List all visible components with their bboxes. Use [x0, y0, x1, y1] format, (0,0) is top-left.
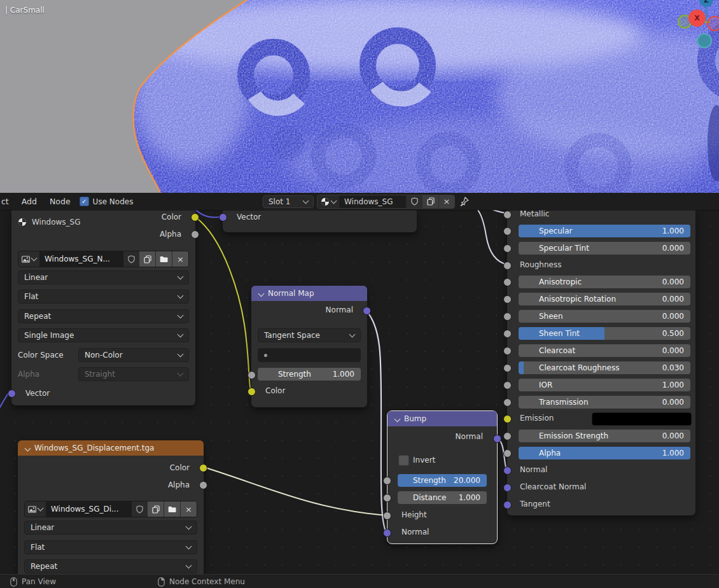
socket-normal-in[interactable] [383, 529, 391, 537]
bump-header[interactable]: Bump [387, 411, 497, 426]
strength-slider[interactable]: Strength20.000 [398, 474, 487, 487]
3d-viewport[interactable]: | CarSmall Z X [0, 0, 719, 193]
material-browse-button[interactable] [318, 195, 339, 208]
socket-normal-out[interactable] [493, 435, 501, 443]
alpha-slider[interactable]: Alpha1.000 [519, 447, 690, 459]
interpolation-dropdown[interactable]: Linear [24, 521, 197, 535]
image-browse-button[interactable] [25, 501, 46, 517]
sheen-tint-slider[interactable]: Sheen Tint0.500 [519, 327, 690, 340]
image-browse-button[interactable] [18, 251, 39, 267]
anisotropic-slider[interactable]: Anisotropic0.000 [519, 276, 690, 288]
alpha-mode-dropdown[interactable]: Straight [78, 367, 189, 381]
slot-dropdown[interactable]: Slot 1 [263, 195, 314, 208]
socket-color-in[interactable] [248, 388, 256, 396]
image-name-field[interactable]: Windows_SG_Di... [46, 501, 132, 517]
projection-dropdown[interactable]: Flat [24, 540, 197, 554]
principled-bsdf-node[interactable]: Metallic Specular1.000 Specular Tint0.00… [507, 210, 695, 515]
socket-transmission-in[interactable] [503, 398, 512, 407]
material-name-field[interactable]: Windows_SG [339, 195, 406, 208]
socket-vector-in[interactable] [219, 213, 227, 221]
emission-strength-slider[interactable]: Emission Strength0.000 [519, 430, 690, 442]
strength-slider[interactable]: Strength1.000 [258, 368, 361, 381]
socket-emission-in[interactable] [503, 415, 512, 423]
space-dropdown[interactable]: Tangent Space [258, 328, 361, 342]
image-texture-node[interactable]: Color Alpha Windows_SG_N... [11, 210, 195, 405]
specular-slider[interactable]: Specular1.000 [519, 225, 690, 237]
socket-vector-in[interactable] [8, 389, 16, 398]
socket-clearcoat-normal-in[interactable] [503, 484, 512, 492]
socket-ior-in[interactable] [503, 381, 512, 389]
duplicate-image-button[interactable] [147, 501, 164, 517]
socket-height-in[interactable] [383, 512, 391, 520]
fake-user-button[interactable] [123, 251, 139, 267]
socket-alpha-out[interactable] [191, 230, 199, 239]
pin-icon[interactable] [459, 197, 469, 206]
new-material-button[interactable] [422, 195, 438, 208]
socket-color-out[interactable] [199, 464, 207, 472]
specular-tint-slider[interactable]: Specular Tint0.000 [519, 242, 690, 255]
fake-user-button[interactable] [132, 501, 147, 517]
source-dropdown[interactable]: Single Image [18, 328, 189, 342]
navigation-gizmo[interactable]: Z X [668, 0, 719, 50]
socket-alpha-in[interactable] [503, 449, 512, 458]
open-image-button[interactable] [155, 251, 172, 267]
menu-node[interactable]: Node [43, 197, 77, 206]
ior-slider[interactable]: IOR1.000 [519, 379, 690, 391]
extension-dropdown[interactable]: Repeat [18, 309, 189, 323]
partial-vector-node[interactable]: Vector [223, 210, 417, 232]
socket-strength-in[interactable] [383, 477, 391, 485]
sheen-slider[interactable]: Sheen0.000 [519, 310, 690, 323]
socket-specular-in[interactable] [503, 227, 512, 235]
socket-color-out[interactable] [191, 213, 199, 221]
socket-anisotropic-in[interactable] [503, 278, 512, 286]
projection-dropdown[interactable]: Flat [18, 290, 189, 304]
socket-distance-in[interactable] [383, 494, 391, 502]
socket-specular-tint-in[interactable] [503, 244, 512, 253]
normal-map-node[interactable]: Normal Map Normal Tangent Space Strength… [251, 286, 367, 407]
displacement-texture-node[interactable]: Windows_SG_Displacement.tga Color Alpha … [18, 440, 204, 575]
color-space-dropdown[interactable]: Non-Color [78, 348, 189, 362]
use-nodes-checkbox[interactable]: ✓ [80, 197, 89, 206]
menu-select-clipped[interactable]: ct [0, 197, 15, 206]
socket-normal-out[interactable] [363, 307, 371, 315]
image-name-field[interactable]: Windows_SG_N... [39, 251, 123, 267]
socket-sheen-in[interactable] [503, 312, 512, 321]
distance-slider[interactable]: Distance1.000 [398, 491, 487, 504]
socket-clearcoat-in[interactable] [503, 347, 512, 355]
collapse-icon[interactable] [25, 445, 31, 451]
transmission-slider[interactable]: Transmission0.000 [519, 396, 690, 409]
clearcoat-roughness-slider[interactable]: Clearcoat Roughness0.030 [519, 361, 690, 374]
image-icon [28, 506, 36, 513]
socket-tangent-in[interactable] [503, 501, 512, 509]
uv-map-field[interactable] [258, 348, 361, 362]
displacement-node-header[interactable]: Windows_SG_Displacement.tga [18, 440, 204, 456]
socket-sheen-tint-in[interactable] [503, 330, 512, 338]
unlink-material-button[interactable]: × [438, 195, 454, 208]
socket-roughness-in[interactable] [503, 262, 512, 270]
fake-user-button[interactable] [406, 195, 422, 208]
unlink-image-button[interactable]: × [180, 501, 197, 517]
menu-add[interactable]: Add [15, 197, 43, 206]
interpolation-dropdown[interactable]: Linear [18, 270, 189, 284]
emission-color-swatch[interactable] [592, 412, 692, 426]
duplicate-image-button[interactable] [139, 251, 155, 267]
socket-normal-in[interactable] [503, 466, 512, 475]
anisotropic-rotation-slider[interactable]: Anisotropic Rotation0.000 [519, 293, 690, 305]
collapse-icon[interactable] [394, 416, 401, 422]
open-image-button[interactable] [164, 501, 180, 517]
clearcoat-slider[interactable]: Clearcoat0.000 [519, 344, 690, 357]
gizmo-x-axis[interactable]: X [688, 10, 706, 27]
unlink-image-button[interactable]: × [172, 251, 188, 267]
extension-dropdown[interactable]: Repeat [24, 559, 197, 573]
collapse-icon[interactable] [258, 290, 265, 297]
socket-clearcoat-roughness-in[interactable] [503, 364, 512, 372]
socket-strength-in[interactable] [248, 371, 256, 379]
invert-checkbox[interactable] [398, 455, 409, 466]
socket-metallic-in[interactable] [503, 211, 512, 219]
socket-alpha-out[interactable] [199, 481, 207, 489]
bump-node[interactable]: Bump Normal Invert Strength20.000 Distan… [387, 410, 498, 544]
breadcrumb-material-name: Windows_SG [32, 218, 80, 227]
normal-map-header[interactable]: Normal Map [251, 286, 367, 301]
socket-anisotropic-rotation-in[interactable] [503, 295, 512, 304]
socket-emission-strength-in[interactable] [503, 432, 512, 440]
